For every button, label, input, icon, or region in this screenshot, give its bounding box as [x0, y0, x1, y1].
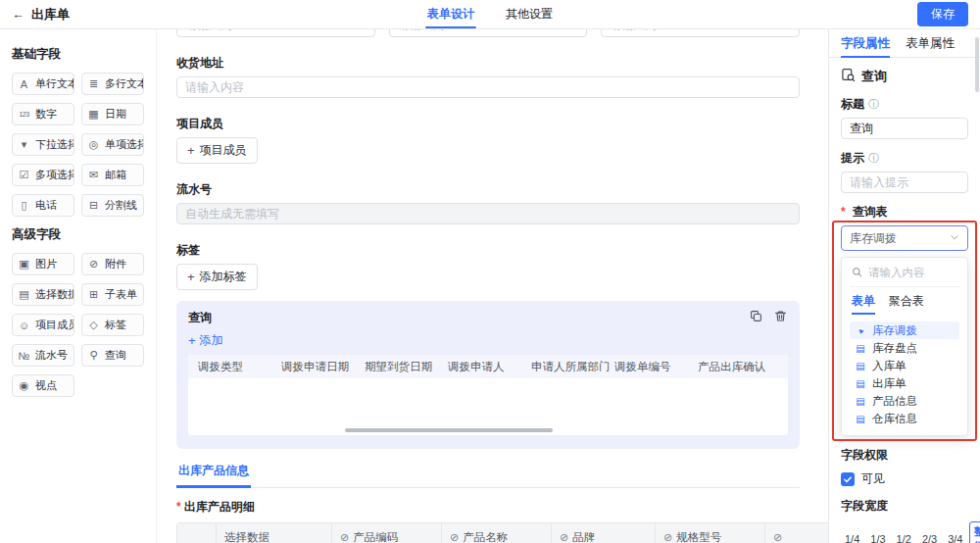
dropdown-option-label: 库存调拨 — [872, 323, 917, 338]
palette-item[interactable]: ☺项目成员 — [12, 314, 74, 336]
width-option[interactable]: 整行 — [969, 521, 980, 543]
topbar-tab-2[interactable]: 其他设置 — [504, 0, 555, 28]
palette-item-label: 选择数据 — [35, 287, 74, 302]
query-table-dropdown: 请输入内容 表单聚合表 ▲库存调拨▤库存盘点▤入库单▤出库单▤产品信息▤仓库信息 — [841, 257, 968, 436]
palette-item[interactable]: ▾下拉选择 — [12, 133, 74, 156]
dropdown-option[interactable]: ▤出库单 — [850, 374, 959, 392]
inspector-tab-2[interactable]: 表单属性 — [906, 29, 955, 57]
multi-line-text-icon: ≣ — [87, 77, 100, 90]
subform-icon: ⊞ — [87, 288, 100, 301]
save-button[interactable]: 保存 — [917, 2, 968, 26]
dropdown-option-label: 仓库信息 — [872, 412, 917, 426]
add-tag-button[interactable]: + 添加标签 — [176, 264, 258, 290]
link-icon: ⊘ — [663, 531, 672, 543]
width-option[interactable]: 1/3 — [866, 530, 889, 543]
palette-item[interactable]: ✉邮箱 — [81, 164, 144, 186]
palette-item-label: 日期 — [105, 107, 126, 122]
palette-item[interactable]: ▤选择数据 — [12, 283, 74, 306]
dropdown-tab-1[interactable]: 表单 — [852, 293, 875, 315]
query-field-card[interactable]: 查询 + 添加 调拨类型调拨申请日期期望到货日期调拨申请人申请人所属部门调拨单编… — [176, 301, 800, 449]
tags-label: 标签 — [176, 235, 800, 258]
palette-item[interactable]: ⊟分割线 — [81, 194, 144, 217]
dropdown-option[interactable]: ▤仓库信息 — [850, 410, 959, 427]
main-layout: 基础字段A单行文本≣多行文本123数字▦日期▾下拉选择◎单项选择☑多项选择✉邮箱… — [0, 29, 980, 543]
palette-item-label: 流水号 — [35, 348, 68, 363]
single-line-text-icon: A — [18, 78, 30, 90]
query-column-header: 产品出库确认 — [698, 360, 781, 374]
dropdown-option[interactable]: ▤产品信息 — [850, 392, 959, 410]
query-icon: ⚲ — [87, 349, 100, 362]
check-icon — [843, 474, 853, 484]
topbar-tab-1[interactable]: 表单设计 — [425, 0, 476, 28]
tag-icon: ◇ — [87, 319, 100, 331]
detail-column-header: ⊘产品编码 — [332, 523, 442, 543]
truncated-field-input[interactable] — [176, 29, 375, 37]
back-button[interactable]: ← 出库单 — [12, 6, 70, 24]
copy-icon[interactable] — [750, 310, 762, 322]
query-table-select[interactable]: 库存调拨 — [841, 225, 968, 251]
delete-icon[interactable] — [774, 310, 787, 322]
palette-item[interactable]: ▦日期 — [81, 103, 144, 125]
calendar-icon: ▦ — [87, 108, 100, 121]
form-canvas: 收货地址 项目成员 + 项目成员 流水号 标签 + 添加标签 — [157, 29, 828, 543]
detail-column-header: ⊘规格型号 — [656, 523, 765, 543]
palette-item[interactable]: ▣图片 — [12, 253, 74, 275]
field-type-label: 查询 — [861, 68, 887, 85]
palette-grid: A单行文本≣多行文本123数字▦日期▾下拉选择◎单项选择☑多项选择✉邮箱▯电话⊟… — [12, 73, 144, 217]
width-option[interactable]: 1/2 — [893, 530, 915, 543]
query-column-header: 调拨申请日期 — [281, 360, 365, 374]
shipping-address-field: 收货地址 — [176, 48, 800, 98]
width-option[interactable]: 3/4 — [944, 530, 966, 543]
width-option[interactable]: 2/3 — [918, 530, 941, 543]
add-project-member-button[interactable]: + 项目成员 — [176, 137, 258, 164]
shipping-address-input[interactable] — [176, 76, 800, 98]
palette-item[interactable]: ◉视点 — [12, 374, 74, 397]
dropdown-option[interactable]: ▤入库单 — [850, 357, 959, 374]
dropdown-option-label: 库存盘点 — [872, 341, 917, 356]
palette-item-label: 附件 — [105, 257, 126, 272]
truncated-field-input[interactable] — [601, 29, 800, 37]
field-type-chip: 查询 — [841, 68, 968, 85]
query-field-icon — [841, 68, 856, 85]
required-asterisk: * — [176, 500, 181, 514]
field-width-label: 字段宽度 — [841, 499, 968, 514]
table-icon: ▤ — [855, 396, 866, 407]
palette-item[interactable]: ◇标签 — [81, 314, 144, 336]
form-canvas-inner: 收货地址 项目成员 + 项目成员 流水号 标签 + 添加标签 — [176, 29, 800, 543]
palette-item[interactable]: №流水号 — [12, 344, 74, 367]
vertical-scrollbar[interactable] — [975, 37, 979, 92]
palette-item[interactable]: ◎单项选择 — [81, 133, 144, 156]
palette-item[interactable]: ≣多行文本 — [81, 73, 144, 95]
page-title: 出库单 — [31, 6, 70, 24]
plus-icon: + — [188, 334, 196, 347]
permission-label: 字段权限 — [841, 448, 968, 463]
dropdown-tab-2[interactable]: 聚合表 — [889, 293, 924, 315]
dropdown-search[interactable]: 请输入内容 — [850, 264, 959, 287]
palette-item[interactable]: ▯电话 — [12, 194, 74, 217]
plus-icon: + — [187, 271, 195, 283]
select-data-icon: ▤ — [18, 288, 30, 301]
palette-item[interactable]: ⚲查询 — [81, 344, 144, 367]
detail-table-header: 选择数据⊘产品编码⊘产品名称⊘品牌⊘规格型号⊘ — [177, 523, 828, 543]
visible-checkbox[interactable] — [841, 472, 855, 486]
add-row-button[interactable]: + 添加 — [188, 332, 223, 349]
dropdown-option[interactable]: ▤库存盘点 — [850, 339, 959, 357]
truncated-field-input[interactable] — [389, 29, 588, 37]
horizontal-scrollbar[interactable] — [345, 428, 553, 432]
palette-item[interactable]: ⊞子表单 — [81, 283, 144, 306]
palette-item[interactable]: 123数字 — [12, 103, 74, 125]
query-table-header: 调拨类型调拨申请日期期望到货日期调拨申请人申请人所属部门调拨单编号产品出库确认 — [188, 355, 788, 378]
hint-property-input[interactable] — [841, 172, 968, 193]
query-column-header: 调拨类型 — [198, 360, 281, 374]
add-tag-label: 添加标签 — [200, 269, 247, 285]
palette-item[interactable]: A单行文本 — [12, 73, 74, 95]
dropdown-option[interactable]: ▲库存调拨 — [850, 321, 959, 339]
inspector-tab-1[interactable]: 字段属性 — [841, 29, 890, 57]
detail-column-header: ⊘产品名称 — [442, 523, 552, 543]
width-option[interactable]: 1/4 — [841, 530, 863, 543]
query-table-property-label: * 查询表 — [841, 205, 968, 220]
palette-item[interactable]: ☑多项选择 — [12, 164, 74, 186]
title-property-input[interactable] — [841, 118, 968, 139]
palette-item[interactable]: ⊘附件 — [81, 253, 144, 275]
section-tab-outbound-product-info[interactable]: 出库产品信息 — [176, 463, 251, 488]
